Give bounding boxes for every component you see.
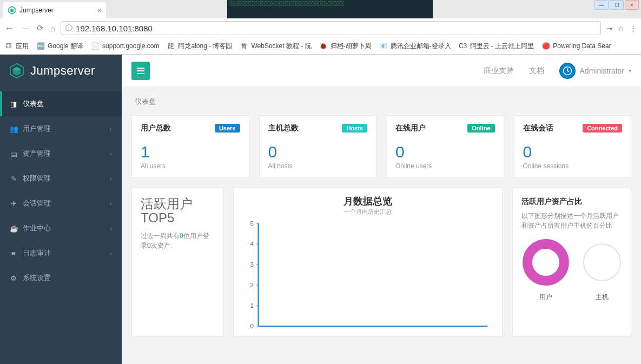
bookmark-icon: 🔤 — [36, 42, 45, 50]
bookmark-star-icon[interactable]: ☆ — [618, 24, 624, 32]
svg-text:2: 2 — [250, 282, 254, 288]
sidebar-item-6[interactable]: ≡ 日志审计 ‹ — [0, 241, 122, 266]
chevron-left-icon: ‹ — [110, 225, 112, 231]
host-donut-chart — [578, 238, 626, 287]
url-input[interactable] — [76, 24, 596, 33]
svg-text:3: 3 — [250, 261, 254, 268]
nav-icon: ⚙ — [10, 274, 17, 282]
main: 商业支持 文档 Administrator ▾ 仪表盘 用户总数 Users 1… — [122, 55, 641, 364]
sidebar-item-2[interactable]: 🖴 资产管理 ‹ — [0, 141, 122, 166]
nav-forward-icon[interactable]: → — [21, 23, 30, 34]
apps-grid-icon: ⚃ — [4, 42, 13, 50]
svg-text:1: 1 — [250, 302, 254, 309]
nav-icon: 🖴 — [10, 150, 17, 158]
chevron-left-icon: ‹ — [110, 200, 112, 207]
card-subtitle: Online users — [395, 162, 495, 170]
nav-back-icon[interactable]: ← — [4, 23, 14, 34]
svg-point-16 — [533, 250, 558, 275]
apps-button[interactable]: ⚃ 应用 — [4, 42, 29, 51]
background-terminal: ░░░░░░░░░░░░░░░░░░░░░░░░░░░░░░░░░░░░░░░ — [227, 0, 433, 18]
stat-card-3: 在线会话 Connected 0 Online sessions — [514, 115, 632, 178]
key-icon[interactable]: ⊸ — [606, 24, 612, 32]
monthly-panel: 月数据总览 一个月内历史汇总 012345 — [233, 188, 503, 336]
bookmark-item[interactable]: 🔤Google 翻译 — [36, 42, 83, 51]
top5-desc: 过去一周共有0位用户登录0次资产. — [141, 231, 214, 250]
user-name: Administrator — [580, 67, 624, 75]
card-number: 0 — [523, 143, 623, 161]
card-number: 1 — [141, 143, 240, 161]
ratio-title: 活跃用户资产占比 — [521, 197, 622, 207]
ratio-desc: 以下图形分别描述一个月活跃用户和资产占所有用户主机的百分比 — [521, 211, 622, 230]
brand[interactable]: Jumpserver — [0, 55, 122, 87]
tab-title: Jumpserver — [19, 6, 54, 14]
nav-label: 日志审计 — [23, 248, 51, 258]
stat-card-1: 主机总数 Hosts 0 All hosts — [259, 115, 377, 178]
bookmark-item[interactable]: 📄support.google.com — [91, 42, 159, 50]
bookmark-item[interactable]: 📧腾讯企业邮箱-登录入 — [379, 42, 451, 51]
monthly-subtitle: 一个月内历史汇总 — [242, 208, 493, 216]
sidebar-item-5[interactable]: ☕ 作业中心 ‹ — [0, 216, 122, 241]
brand-logo-icon — [9, 63, 25, 79]
chevron-left-icon: ‹ — [110, 150, 112, 157]
card-badge: Online — [467, 124, 494, 133]
caret-down-icon: ▾ — [629, 68, 631, 74]
window-maximize-button[interactable]: ☐ — [610, 0, 624, 10]
sidebar: Jumpserver ◨ 仪表盘 👥 用户管理 ‹🖴 资产管理 ‹✎ 权限管理 … — [0, 55, 122, 364]
stat-card-2: 在线用户 Online 0 Online users — [386, 115, 504, 178]
bookmark-item[interactable]: 🐞归档-胡萝卜周 — [319, 42, 372, 51]
support-link[interactable]: 商业支持 — [484, 66, 514, 76]
bookmark-item[interactable]: 龍阿龙along - 博客园 — [167, 42, 232, 51]
nav-icon: ✎ — [10, 175, 17, 183]
sidebar-item-3[interactable]: ✎ 权限管理 ‹ — [0, 166, 122, 191]
stat-card-0: 用户总数 Users 1 All users — [131, 115, 249, 178]
bookmark-icon: 龍 — [167, 42, 175, 50]
nav-label: 仪表盘 — [23, 99, 44, 109]
bookmark-item[interactable]: 肯WebSocket 教程 - 阮 — [240, 42, 311, 51]
nav-label: 资产管理 — [23, 149, 51, 158]
docs-link[interactable]: 文档 — [529, 66, 544, 76]
sidebar-item-1[interactable]: 👥 用户管理 ‹ — [0, 116, 122, 141]
nav-icon: ☕ — [10, 224, 17, 233]
bookmark-icon: 🔴 — [541, 42, 550, 50]
user-donut-chart — [521, 238, 570, 287]
bookmark-item[interactable]: 🔴Powering Data Sear — [541, 42, 611, 50]
nav-label: 系统设置 — [23, 273, 51, 283]
svg-text:0: 0 — [250, 323, 254, 329]
tab-favicon-icon — [8, 6, 16, 15]
card-subtitle: All users — [141, 162, 240, 170]
bookmark-icon: 🐞 — [319, 42, 328, 50]
card-subtitle: All hosts — [268, 162, 368, 170]
nav-icon: ✈ — [10, 200, 17, 208]
nav-home-icon[interactable]: ⌂ — [50, 24, 55, 33]
window-minimize-button[interactable]: — — [594, 0, 609, 10]
sidebar-item-0[interactable]: ◨ 仪表盘 — [0, 91, 122, 116]
tab-close-icon[interactable]: × — [97, 6, 102, 15]
monthly-title: 月数据总览 — [242, 195, 493, 208]
bookmark-item[interactable]: C3阿里云 - 上云就上阿里 — [459, 42, 534, 51]
card-subtitle: Online sessions — [523, 162, 623, 170]
nav-reload-icon[interactable]: ⟳ — [37, 23, 44, 33]
card-badge: Users — [215, 124, 240, 133]
browser-tab[interactable]: Jumpserver × — [3, 2, 106, 18]
card-title: 在线会话 — [523, 123, 553, 133]
sidebar-item-7[interactable]: ⚙ 系统设置 — [0, 266, 122, 290]
nav-label: 会话管理 — [23, 198, 51, 208]
card-number: 0 — [268, 143, 368, 161]
window-close-button[interactable]: × — [625, 0, 639, 10]
chevron-left-icon: ‹ — [110, 250, 112, 256]
bookmark-icon: 📧 — [379, 42, 388, 50]
bookmarks-bar: ⚃ 应用 🔤Google 翻译 📄support.google.com 龍阿龙a… — [0, 38, 641, 54]
sidebar-item-4[interactable]: ✈ 会话管理 ‹ — [0, 191, 122, 216]
brand-text: Jumpserver — [30, 64, 95, 78]
sidebar-toggle-button[interactable] — [131, 62, 150, 80]
stats-row: 用户总数 Users 1 All users 主机总数 Hosts 0 All … — [131, 115, 631, 178]
menu-icon[interactable]: ⋮ — [630, 24, 637, 32]
user-menu[interactable]: Administrator ▾ — [559, 63, 631, 79]
chevron-left-icon: ‹ — [110, 125, 112, 132]
site-info-icon[interactable]: ⓘ — [65, 23, 72, 33]
svg-text:5: 5 — [250, 220, 254, 227]
nav-label: 作业中心 — [23, 223, 51, 233]
nav-icon: ◨ — [10, 100, 17, 108]
nav-icon: ≡ — [10, 249, 17, 257]
nav-icon: 👥 — [10, 125, 17, 133]
